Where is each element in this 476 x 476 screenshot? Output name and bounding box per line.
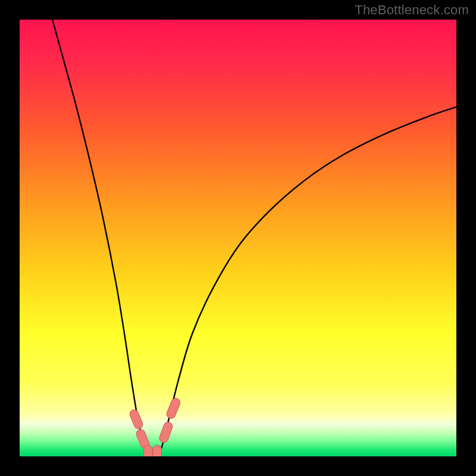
watermark-text: TheBottleneck.com <box>355 2 469 18</box>
plot-background <box>20 20 456 456</box>
marker-2 <box>143 445 152 459</box>
chart-stage: TheBottleneck.com <box>0 0 476 476</box>
bottleneck-chart <box>0 0 476 476</box>
marker-3 <box>153 445 162 459</box>
